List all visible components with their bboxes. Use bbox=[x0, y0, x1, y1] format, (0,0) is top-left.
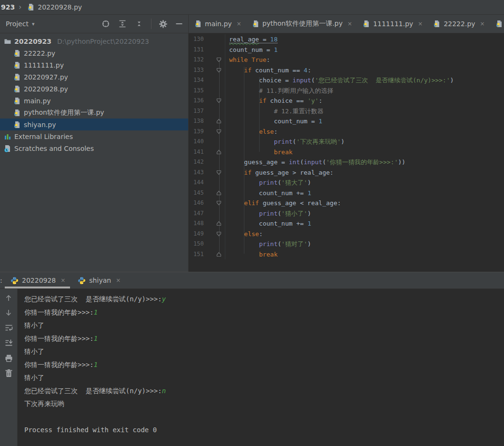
close-icon[interactable]: × bbox=[418, 20, 423, 27]
code-text[interactable]: if count_num == 4: bbox=[225, 65, 311, 76]
code-text[interactable]: print('猜大了') bbox=[225, 178, 311, 188]
tree-external-libraries[interactable]: External Libraries bbox=[0, 130, 188, 142]
code-line[interactable]: 131count_num = 1 bbox=[189, 45, 504, 55]
code-text[interactable]: count_num = 1 bbox=[225, 45, 278, 55]
code-line[interactable]: 138 count_num = 1 bbox=[189, 116, 504, 127]
code-line[interactable]: 139 else: bbox=[189, 127, 504, 137]
clear-all-icon[interactable] bbox=[5, 369, 13, 378]
console-output[interactable]: 您已经尝试了三次 是否继续尝试(n/y)>>>:y你猜一猜我的年龄>>>:1猜小… bbox=[18, 289, 504, 446]
code-text[interactable]: while True: bbox=[225, 55, 270, 65]
code-line[interactable]: 133 if count_num == 4: bbox=[189, 65, 504, 76]
line-number: 143 bbox=[189, 168, 225, 178]
fold-start-icon[interactable] bbox=[215, 198, 222, 208]
chevron-down-icon[interactable]: ▾ bbox=[32, 21, 35, 27]
locate-icon[interactable] bbox=[101, 19, 111, 29]
fold-end-icon[interactable] bbox=[215, 249, 222, 260]
code-line[interactable]: 148 count_num += 1 bbox=[189, 218, 504, 229]
code-line[interactable]: 143 if guess_age > real_age: bbox=[189, 168, 504, 178]
editor-tab[interactable]: python软件使用第一课.py× bbox=[246, 15, 357, 33]
fold-start-icon[interactable] bbox=[215, 168, 222, 178]
close-icon[interactable]: × bbox=[347, 20, 352, 27]
print-icon[interactable] bbox=[4, 354, 13, 363]
settings-gear-icon[interactable] bbox=[159, 20, 168, 29]
code-text[interactable]: count_num += 1 bbox=[225, 188, 311, 198]
code-text[interactable]: print('猜对了') bbox=[225, 239, 311, 249]
code-line[interactable]: 141 break bbox=[189, 147, 504, 158]
code-line[interactable]: 130real_age = 18 bbox=[189, 34, 504, 45]
close-icon[interactable]: × bbox=[480, 20, 485, 27]
code-line[interactable]: 132while True: bbox=[189, 55, 504, 65]
close-icon[interactable]: × bbox=[60, 277, 65, 284]
code-line[interactable]: 146 elif guess_age < real_age: bbox=[189, 198, 504, 208]
code-line[interactable]: 136 if choice == 'y': bbox=[189, 96, 504, 106]
editor-tab[interactable]: 22222.py× bbox=[427, 15, 489, 33]
code-line[interactable]: 142 guess_age = int(input('你猜一猜我的年龄>>>:'… bbox=[189, 157, 504, 168]
breadcrumb-project[interactable]: 923 bbox=[1, 3, 15, 11]
up-arrow-icon[interactable] bbox=[4, 294, 13, 302]
tree-file-item[interactable]: 22222.py bbox=[0, 47, 188, 59]
project-header-label[interactable]: Project bbox=[6, 20, 29, 28]
line-number: 151 bbox=[189, 249, 225, 260]
down-arrow-icon[interactable] bbox=[4, 308, 13, 317]
fold-start-icon[interactable] bbox=[215, 127, 222, 137]
code-line[interactable]: 147 print('猜小了') bbox=[189, 208, 504, 219]
tree-file-item[interactable]: shiyan.py bbox=[0, 119, 188, 130]
code-text[interactable]: if choice == 'y': bbox=[225, 96, 323, 106]
run-tab[interactable]: shiyan× bbox=[71, 272, 126, 288]
code-text[interactable]: elif guess_age < real_age: bbox=[225, 198, 341, 208]
hide-panel-icon[interactable] bbox=[175, 20, 183, 28]
fold-end-icon[interactable] bbox=[215, 188, 222, 198]
fold-end-icon[interactable] bbox=[215, 218, 222, 229]
code-text[interactable]: # 12.重置计数器 bbox=[225, 106, 323, 117]
fold-start-icon[interactable] bbox=[215, 229, 222, 239]
scroll-to-end-icon[interactable] bbox=[4, 338, 13, 347]
code-text[interactable]: count_num += 1 bbox=[225, 218, 311, 229]
tree-root-folder[interactable]: 20220923D:\pythonProject\20220923 bbox=[0, 35, 188, 47]
tree-file-item[interactable]: 20220928.py bbox=[0, 83, 188, 95]
code-line[interactable]: 150 print('猜对了') bbox=[189, 239, 504, 249]
code-text[interactable]: break bbox=[225, 249, 278, 260]
console-line: 你猜一猜我的年龄>>>:1 bbox=[24, 358, 504, 372]
code-editor[interactable]: 130real_age = 18131count_num = 1132while… bbox=[189, 33, 504, 272]
close-icon[interactable]: × bbox=[116, 277, 121, 284]
breadcrumb-file[interactable]: 20220928.py bbox=[38, 3, 82, 11]
run-tab[interactable]: 20220928× bbox=[4, 272, 71, 288]
code-text[interactable]: print('猜小了') bbox=[225, 208, 311, 219]
fold-start-icon[interactable] bbox=[215, 65, 222, 76]
close-icon[interactable]: × bbox=[237, 20, 242, 27]
code-line[interactable]: 144 print('猜大了') bbox=[189, 178, 504, 188]
code-text[interactable]: guess_age = int(input('你猜一猜我的年龄>>>:')) bbox=[225, 157, 405, 168]
code-text[interactable]: if guess_age > real_age: bbox=[225, 168, 333, 178]
code-text[interactable]: print('下次再来玩哟') bbox=[225, 137, 344, 147]
fold-start-icon[interactable] bbox=[215, 55, 222, 65]
code-line[interactable]: 135 # 11.判断用户输入的选择 bbox=[189, 86, 504, 96]
tree-scratches-consoles[interactable]: Scratches and Consoles bbox=[0, 142, 188, 154]
tree-file-item[interactable]: 1111111.py bbox=[0, 59, 188, 71]
fold-end-icon[interactable] bbox=[215, 147, 222, 158]
code-line[interactable]: 151 break bbox=[189, 249, 504, 260]
soft-wrap-icon[interactable] bbox=[4, 323, 13, 332]
code-line[interactable]: 137 # 12.重置计数器 bbox=[189, 106, 504, 117]
collapse-all-icon[interactable] bbox=[134, 19, 144, 29]
editor-tab[interactable]: 1111111.py× bbox=[357, 15, 427, 33]
tree-file-item[interactable]: python软件使用第一课.py bbox=[0, 107, 188, 119]
python-file-icon bbox=[27, 3, 35, 11]
code-text[interactable]: # 11.判断用户输入的选择 bbox=[225, 86, 333, 96]
user-input-text: y bbox=[162, 295, 166, 303]
fold-end-icon[interactable] bbox=[215, 116, 222, 127]
code-line[interactable]: 149 else: bbox=[189, 229, 504, 239]
fold-start-icon[interactable] bbox=[215, 96, 222, 106]
python-logo-icon bbox=[78, 277, 86, 285]
editor-tab[interactable]: main.py× bbox=[189, 15, 246, 33]
code-line[interactable]: 145 count_num += 1 bbox=[189, 188, 504, 198]
code-text[interactable]: real_age = 18 bbox=[225, 34, 278, 45]
expand-all-icon[interactable] bbox=[118, 19, 127, 29]
code-line[interactable]: 134 choice = input('您已经尝试了三次 是否继续尝试(n/y)… bbox=[189, 75, 504, 86]
run-tool-window-tabs: : 20220928× shiyan× bbox=[0, 272, 504, 289]
code-text[interactable]: count_num = 1 bbox=[225, 116, 323, 127]
code-line[interactable]: 140 print('下次再来玩哟') bbox=[189, 137, 504, 147]
tree-file-item[interactable]: 20220927.py bbox=[0, 71, 188, 83]
editor-tab-partial[interactable] bbox=[490, 15, 504, 33]
tree-file-item[interactable]: main.py bbox=[0, 95, 188, 107]
code-text[interactable]: else: bbox=[225, 127, 278, 137]
